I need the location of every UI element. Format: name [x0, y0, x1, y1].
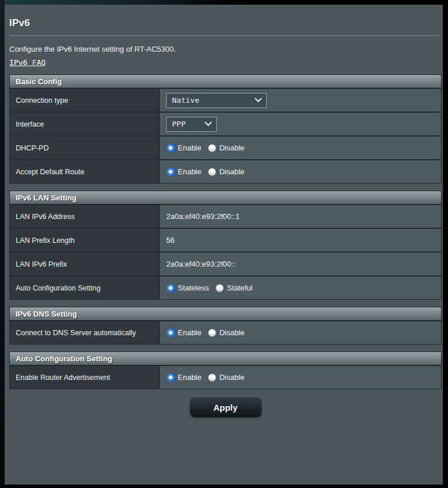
row-enable-router-advertisement: Enable Router Advertisement Enable Disab… [10, 366, 441, 389]
section-basic-config: Basic Config Connection type Native Inte… [9, 74, 442, 184]
section-auto-configuration-setting: Auto Configuration Setting Enable Router… [9, 351, 442, 389]
connect-dns-automatically-value-cell: Enable Disable [160, 321, 441, 344]
row-accept-default-route: Accept Default Route Enable Disable [10, 159, 441, 183]
connect-dns-radio-group: Enable Disable [166, 328, 252, 337]
dns-enable-option[interactable]: Enable [166, 328, 201, 337]
radio-checked-icon[interactable] [166, 328, 175, 337]
radio-checked-icon[interactable] [166, 373, 175, 382]
apply-button-container: Apply [9, 397, 442, 417]
content-panel: IPv6 Configure the IPv6 Internet setting… [5, 5, 443, 485]
title-divider [9, 35, 439, 36]
row-interface: Interface PPP [10, 112, 441, 135]
row-lan-ipv6-address: LAN IPv6 Address 2a0a:ef40:e93:2f00::1 [10, 205, 441, 228]
lan-ipv6-prefix-value-cell: 2a0a:ef40:e93:2f00:: [160, 253, 441, 275]
row-auto-configuration-setting: Auto Configuration Setting Stateless Sta… [10, 275, 441, 299]
lan-ipv6-address-value: 2a0a:ef40:e93:2f00::1 [166, 212, 240, 221]
dhcp-pd-disable-option[interactable]: Disable [208, 143, 244, 152]
enable-router-advertisement-label: Enable Router Advertisement [10, 366, 160, 389]
page-title: IPv6 [9, 17, 439, 29]
stateful-label: Stateful [227, 284, 252, 292]
connection-type-select-value: Native [172, 96, 199, 105]
chevron-down-icon [205, 119, 212, 126]
radio-unchecked-icon[interactable] [216, 284, 224, 292]
dhcp-pd-enable-option[interactable]: Enable [166, 143, 201, 152]
connection-type-value-cell: Native [160, 89, 441, 112]
dns-disable-label: Disable [219, 328, 244, 337]
lan-ipv6-address-value-cell: 2a0a:ef40:e93:2f00::1 [160, 205, 441, 228]
lan-prefix-length-value: 56 [166, 236, 174, 245]
enable-router-advertisement-value-cell: Enable Disable [160, 366, 441, 389]
auto-configuration-setting-value-cell: Stateless Stateful [160, 277, 441, 299]
chevron-down-icon [255, 95, 262, 102]
dhcp-pd-disable-label: Disable [219, 143, 244, 152]
dhcp-pd-label: DHCP-PD [10, 137, 160, 159]
background-left-strip [0, 0, 5, 488]
dns-disable-option[interactable]: Disable [208, 328, 244, 337]
ra-disable-option[interactable]: Disable [208, 373, 244, 382]
accept-default-route-radio-group: Enable Disable [166, 167, 252, 176]
accept-default-route-disable-option[interactable]: Disable [208, 167, 244, 176]
section-header-auto-configuration-setting: Auto Configuration Setting [10, 352, 441, 366]
lan-ipv6-address-label: LAN IPv6 Address [10, 205, 160, 228]
stateful-option[interactable]: Stateful [216, 284, 252, 292]
connection-type-label: Connection type [10, 89, 160, 112]
ipv6-faq-link[interactable]: IPv6 FAQ [9, 58, 46, 67]
accept-default-route-label: Accept Default Route [10, 160, 160, 183]
lan-ipv6-prefix-value: 2a0a:ef40:e93:2f00:: [166, 260, 235, 268]
radio-unchecked-icon[interactable] [208, 144, 216, 152]
section-header-ipv6-lan-setting: IPv6 LAN Setting [10, 191, 441, 205]
radio-unchecked-icon[interactable] [208, 168, 216, 176]
ra-enable-option[interactable]: Enable [166, 373, 201, 382]
auto-configuration-setting-label: Auto Configuration Setting [10, 277, 160, 299]
dhcp-pd-radio-group: Enable Disable [166, 143, 252, 152]
dhcp-pd-enable-label: Enable [178, 143, 201, 152]
stateless-label: Stateless [178, 284, 209, 292]
accept-default-route-disable-label: Disable [219, 167, 244, 176]
accept-default-route-enable-label: Enable [178, 167, 201, 176]
apply-button[interactable]: Apply [190, 397, 261, 417]
row-lan-prefix-length: LAN Prefix Length 56 [10, 228, 441, 252]
row-connect-dns-automatically: Connect to DNS Server automatically Enab… [10, 321, 441, 344]
radio-unchecked-icon[interactable] [208, 374, 216, 382]
dhcp-pd-value-cell: Enable Disable [160, 137, 441, 159]
auto-configuration-radio-group: Stateless Stateful [166, 284, 260, 292]
dns-enable-label: Enable [178, 328, 201, 337]
interface-select-value: PPP [172, 120, 185, 128]
ra-enable-label: Enable [178, 373, 201, 382]
ra-disable-label: Disable [219, 373, 244, 382]
section-ipv6-lan-setting: IPv6 LAN Setting LAN IPv6 Address 2a0a:e… [9, 191, 442, 300]
section-ipv6-dns-setting: IPv6 DNS Setting Connect to DNS Server a… [9, 307, 442, 345]
lan-ipv6-prefix-label: LAN IPv6 Prefix [10, 253, 160, 275]
interface-label: Interface [10, 113, 160, 135]
lan-prefix-length-label: LAN Prefix Length [10, 229, 160, 252]
stateless-option[interactable]: Stateless [166, 284, 209, 292]
interface-value-cell: PPP [160, 113, 441, 135]
connection-type-select[interactable]: Native [166, 93, 267, 108]
section-header-basic-config: Basic Config [10, 75, 441, 89]
accept-default-route-value-cell: Enable Disable [160, 160, 441, 183]
section-header-ipv6-dns-setting: IPv6 DNS Setting [10, 307, 441, 321]
radio-unchecked-icon[interactable] [208, 329, 216, 337]
radio-checked-icon[interactable] [166, 284, 175, 292]
connect-dns-automatically-label: Connect to DNS Server automatically [10, 321, 160, 344]
page-description: Configure the IPv6 Internet setting of R… [9, 45, 439, 53]
lan-prefix-length-value-cell: 56 [160, 229, 441, 252]
row-dhcp-pd: DHCP-PD Enable Disable [10, 135, 441, 159]
router-advertisement-radio-group: Enable Disable [166, 373, 252, 382]
row-lan-ipv6-prefix: LAN IPv6 Prefix 2a0a:ef40:e93:2f00:: [10, 252, 441, 275]
row-connection-type: Connection type Native [10, 89, 441, 112]
radio-checked-icon[interactable] [166, 143, 175, 152]
radio-checked-icon[interactable] [166, 167, 175, 176]
interface-select[interactable]: PPP [166, 117, 217, 132]
accept-default-route-enable-option[interactable]: Enable [166, 167, 201, 176]
